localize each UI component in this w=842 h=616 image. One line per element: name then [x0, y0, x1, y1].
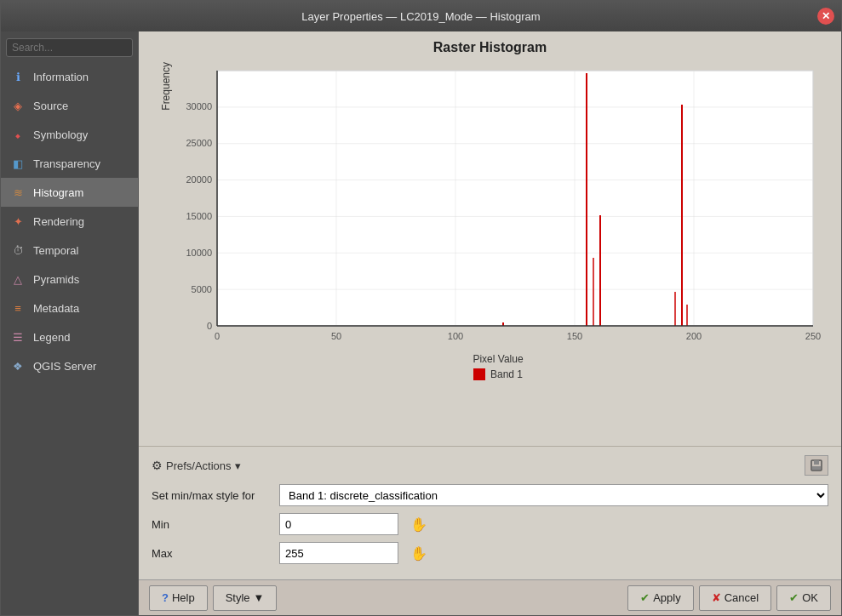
ok-check-icon: ✔: [789, 591, 799, 604]
footer: ? Help Style ▼ ✔ Apply ✘ Cancel: [139, 579, 841, 615]
set-min-max-label: Set min/max style for: [152, 489, 271, 502]
svg-text:0: 0: [207, 321, 212, 331]
sidebar-item-qgis-server[interactable]: ❖ QGIS Server: [1, 351, 138, 380]
svg-text:150: 150: [567, 331, 582, 341]
rendering-icon: ✦: [9, 213, 26, 230]
max-input[interactable]: [279, 542, 398, 564]
style-button[interactable]: Style ▼: [213, 585, 278, 611]
max-pick-button[interactable]: ✋: [407, 542, 431, 564]
prefs-icon: ⚙: [152, 459, 163, 472]
sidebar-item-transparency[interactable]: ◧ Transparency: [1, 149, 138, 178]
svg-text:100: 100: [448, 331, 463, 341]
min-pick-button[interactable]: ✋: [407, 513, 431, 535]
cancel-button[interactable]: ✘ Cancel: [699, 585, 771, 611]
svg-text:10000: 10000: [186, 248, 212, 258]
pyramids-icon: △: [9, 271, 26, 288]
sidebar-label-symbology: Symbology: [33, 128, 88, 141]
cancel-label: Cancel: [725, 591, 759, 604]
band-select[interactable]: Band 1: discrete_classification: [279, 484, 828, 506]
svg-text:250: 250: [805, 331, 821, 341]
help-icon: ?: [162, 591, 169, 604]
prefs-actions-link[interactable]: ⚙ Prefs/Actions ▾: [152, 459, 241, 472]
information-icon: ℹ: [9, 68, 26, 85]
symbology-icon: ⬥: [9, 126, 26, 143]
sidebar-label-legend: Legend: [33, 331, 70, 344]
svg-text:50: 50: [331, 331, 341, 341]
prefs-arrow-icon: ▾: [235, 459, 241, 472]
metadata-icon: ≡: [9, 299, 26, 317]
apply-label: Apply: [653, 591, 681, 604]
window-title: Layer Properties — LC2019_Mode — Histogr…: [301, 10, 540, 23]
chart-container: Frequency: [156, 62, 824, 442]
x-axis-label: Pixel Value: [172, 353, 824, 365]
transparency-icon: ◧: [9, 155, 26, 172]
svg-rect-39: [812, 466, 821, 470]
sidebar-item-pyramids[interactable]: △ Pyramids: [1, 265, 138, 294]
histogram-chart: 0 5000 10000 15000 20000 25000 30000 0 5…: [172, 62, 824, 351]
save-icon: [810, 459, 823, 472]
prefs-label: Prefs/Actions: [166, 459, 232, 472]
main-content: ℹ Information ◈ Source ⬥ Symbology ◧ Tra…: [1, 31, 841, 615]
help-label: Help: [172, 591, 195, 604]
svg-text:15000: 15000: [186, 211, 212, 221]
svg-text:5000: 5000: [192, 284, 212, 294]
sidebar-item-rendering[interactable]: ✦ Rendering: [1, 207, 138, 236]
histogram-icon: ≋: [9, 184, 26, 201]
qgis-server-icon: ❖: [9, 357, 26, 374]
cancel-cross-icon: ✘: [712, 591, 721, 604]
save-button[interactable]: [805, 455, 828, 476]
sidebar-item-information[interactable]: ℹ Information: [1, 62, 138, 91]
sidebar-label-rendering: Rendering: [33, 215, 84, 228]
sidebar: ℹ Information ◈ Source ⬥ Symbology ◧ Tra…: [1, 31, 139, 615]
prefs-row: ⚙ Prefs/Actions ▾: [152, 455, 828, 476]
sidebar-item-temporal[interactable]: ⏱ Temporal: [1, 236, 138, 265]
sidebar-label-metadata: Metadata: [33, 302, 79, 315]
ok-button[interactable]: ✔ OK: [776, 585, 831, 611]
min-row: Min ✋: [152, 513, 828, 535]
style-arrow-icon: ▼: [254, 591, 265, 604]
svg-rect-38: [814, 460, 819, 465]
band-select-row: Set min/max style for Band 1: discrete_c…: [152, 484, 828, 506]
sidebar-item-histogram[interactable]: ≋ Histogram: [1, 178, 138, 207]
style-label: Style: [226, 591, 250, 604]
svg-text:200: 200: [686, 331, 702, 341]
ok-label: OK: [802, 591, 818, 604]
source-icon: ◈: [9, 97, 26, 114]
sidebar-label-transparency: Transparency: [33, 157, 100, 170]
apply-button[interactable]: ✔ Apply: [627, 585, 694, 611]
title-bar: Layer Properties — LC2019_Mode — Histogr…: [1, 1, 841, 31]
chart-legend: Band 1: [172, 368, 824, 380]
sidebar-label-histogram: Histogram: [33, 186, 83, 199]
search-input[interactable]: [6, 38, 133, 57]
sidebar-label-information: Information: [33, 71, 89, 83]
controls-panel: ⚙ Prefs/Actions ▾ Set min/max style for: [139, 446, 841, 579]
main-window: Layer Properties — LC2019_Mode — Histogr…: [0, 0, 842, 616]
svg-text:25000: 25000: [186, 138, 212, 148]
sidebar-item-metadata[interactable]: ≡ Metadata: [1, 294, 138, 322]
max-row: Max ✋: [152, 542, 828, 564]
chart-area: Raster Histogram Frequency: [139, 31, 841, 446]
svg-text:30000: 30000: [186, 101, 212, 111]
chart-title: Raster Histogram: [433, 40, 547, 55]
close-button[interactable]: ✕: [817, 8, 834, 25]
pick-icon-2: ✋: [410, 545, 427, 562]
chart-inner: 0 5000 10000 15000 20000 25000 30000 0 5…: [172, 62, 824, 380]
sidebar-label-qgis-server: QGIS Server: [33, 360, 96, 373]
sidebar-item-legend[interactable]: ☰ Legend: [1, 322, 138, 351]
legend-label: Band 1: [490, 368, 523, 380]
svg-rect-0: [217, 71, 813, 326]
sidebar-label-temporal: Temporal: [33, 244, 78, 257]
sidebar-item-source[interactable]: ◈ Source: [1, 91, 138, 120]
legend-icon: ☰: [9, 328, 26, 345]
sidebar-label-pyramids: Pyramids: [33, 273, 79, 286]
min-input[interactable]: [279, 513, 398, 535]
min-label: Min: [152, 518, 271, 531]
sidebar-label-source: Source: [33, 100, 68, 112]
help-button[interactable]: ? Help: [149, 585, 208, 611]
sidebar-item-symbology[interactable]: ⬥ Symbology: [1, 120, 138, 149]
legend-color-box: [473, 368, 485, 380]
footer-left: ? Help Style ▼: [149, 585, 277, 611]
temporal-icon: ⏱: [9, 242, 26, 259]
footer-right: ✔ Apply ✘ Cancel ✔ OK: [627, 585, 831, 611]
apply-check-icon: ✔: [640, 591, 650, 604]
